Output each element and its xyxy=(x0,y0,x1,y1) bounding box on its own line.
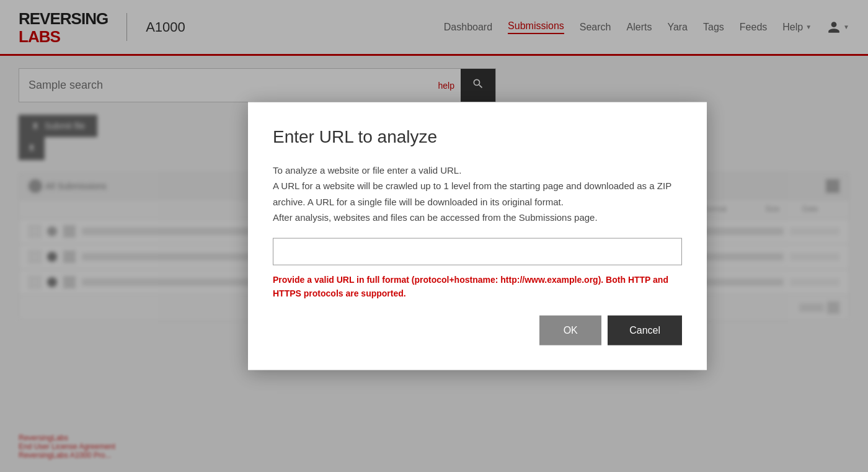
modal-desc-line3: After analysis, websites and files can b… xyxy=(273,210,682,226)
modal-title: Enter URL to analyze xyxy=(273,127,682,146)
modal-desc-line1: To analyze a website or file enter a val… xyxy=(273,162,682,178)
modal-buttons: OK Cancel xyxy=(273,316,682,333)
ok-button[interactable]: OK xyxy=(539,316,601,333)
modal-desc-line2: A URL for a website will be crawled up t… xyxy=(273,178,682,210)
url-input[interactable] xyxy=(273,238,682,265)
url-error-message: Provide a valid URL in full format (prot… xyxy=(273,272,682,300)
modal-description: To analyze a website or file enter a val… xyxy=(273,162,682,225)
cancel-button[interactable]: Cancel xyxy=(608,316,682,333)
url-analysis-modal: Enter URL to analyze To analyze a websit… xyxy=(248,102,707,333)
